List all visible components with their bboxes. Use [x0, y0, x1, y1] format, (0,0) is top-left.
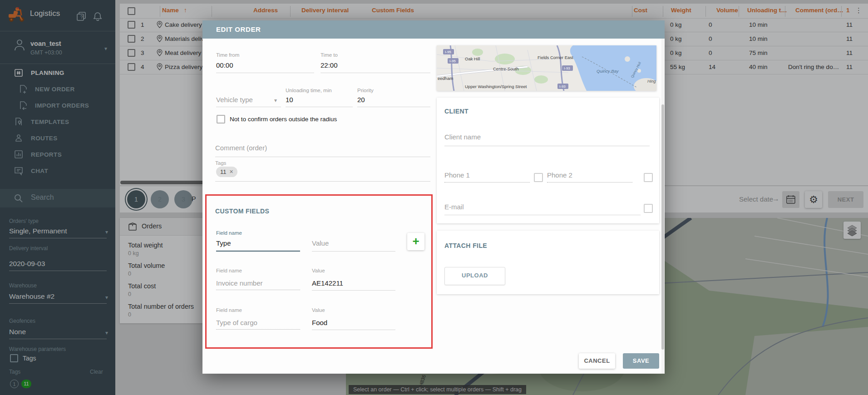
- underline: [321, 73, 430, 73]
- underline: [215, 157, 430, 157]
- email-input[interactable]: E-mail: [444, 203, 464, 211]
- map-label: Upper Washington/Spring Street: [465, 84, 527, 89]
- custom-fields-annotation-box: [205, 194, 433, 349]
- comment-input[interactable]: Comment (order): [215, 144, 267, 152]
- phone2-input[interactable]: Phone 2: [547, 171, 572, 179]
- client-name-input[interactable]: Client name: [444, 133, 481, 141]
- map-label: Oak Hill: [465, 56, 480, 61]
- email-checkbox[interactable]: [644, 204, 653, 213]
- underline: [215, 181, 430, 182]
- phone1-checkbox[interactable]: [534, 173, 543, 182]
- underline: [216, 73, 314, 73]
- attach-file-card: ATTACH FILE UPLOAD: [437, 231, 659, 294]
- map-label: Quincy Bay: [597, 69, 619, 74]
- modal-scrollbar-thumb[interactable]: [661, 104, 664, 350]
- road-shield-label: I-95: [449, 59, 456, 63]
- underline-dotted: [547, 182, 632, 183]
- underline: [216, 107, 281, 107]
- underline: [444, 215, 641, 215]
- vehicle-type-select[interactable]: Vehicle type: [216, 96, 253, 104]
- time-to-label: Time to: [321, 52, 338, 58]
- tag-chip[interactable]: 11 ×: [216, 167, 237, 177]
- save-button[interactable]: SAVE: [623, 353, 659, 369]
- order-location-map[interactable]: I-95 I-95 I-93 I-93 Oak Hill Centre-Sout…: [437, 45, 656, 91]
- app: Logistics ? voan_test GMT +03:00 ▾: [0, 0, 868, 395]
- road-shield-label: I-93: [564, 66, 570, 70]
- priority-label: Priority: [357, 88, 374, 93]
- client-heading: CLIENT: [444, 108, 469, 115]
- map-label: Fields Corner East: [538, 55, 573, 60]
- underline: [357, 107, 430, 107]
- modal-tags-label: Tags: [215, 160, 226, 166]
- time-from-input[interactable]: 00:00: [216, 61, 233, 69]
- map-label: Centre-South: [493, 66, 519, 71]
- attach-file-heading: ATTACH FILE: [444, 242, 487, 249]
- upload-button[interactable]: UPLOAD: [444, 267, 505, 285]
- radius-checkbox[interactable]: [217, 115, 225, 123]
- client-card: CLIENT Client name Phone 1 Phone 2 E-mai…: [437, 98, 659, 223]
- priority-input[interactable]: 20: [357, 96, 365, 104]
- unloading-time-label: Unloading time, min: [286, 88, 332, 93]
- map-label: Hing: [647, 79, 656, 84]
- underline-dotted: [444, 182, 530, 183]
- time-to-input[interactable]: 22:00: [321, 61, 338, 69]
- road-shield-label: I-93: [559, 84, 566, 89]
- radius-checkbox-label: Not to confirm orders outside the radius: [230, 116, 337, 123]
- tag-chip-label: 11: [220, 167, 227, 177]
- road-shield-label: I-95: [445, 50, 451, 54]
- underline: [286, 107, 353, 107]
- modal-title: EDIT ORDER: [202, 20, 665, 39]
- vehicle-type-caret-icon[interactable]: ▾: [274, 97, 277, 104]
- time-from-label: Time from: [216, 52, 239, 58]
- phone2-checkbox[interactable]: [644, 173, 653, 182]
- cancel-button[interactable]: CANCEL: [579, 353, 615, 369]
- unloading-time-input[interactable]: 10: [286, 96, 293, 104]
- map-label: eedham: [438, 76, 453, 81]
- underline: [444, 146, 650, 146]
- tag-chip-close-icon[interactable]: ×: [230, 167, 233, 177]
- phone1-input[interactable]: Phone 1: [444, 171, 470, 179]
